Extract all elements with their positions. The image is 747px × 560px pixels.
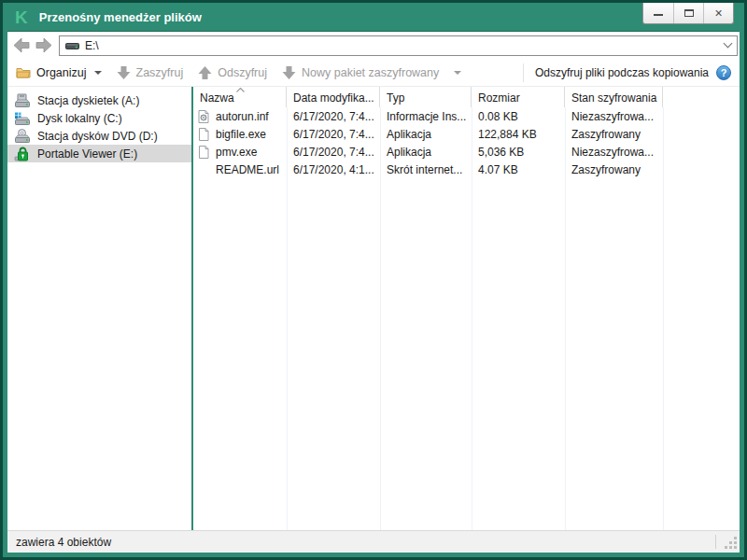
sort-ascending-icon — [236, 88, 245, 92]
kaspersky-logo-icon: K — [15, 8, 28, 26]
file-icon — [197, 146, 210, 159]
inf-file-icon — [197, 110, 210, 123]
file-size: 122,884 KB — [472, 128, 565, 141]
back-button[interactable] — [10, 36, 33, 55]
forward-arrow-icon — [35, 37, 53, 53]
minimize-button[interactable] — [643, 3, 673, 23]
organize-label: Organizuj — [36, 66, 87, 79]
file-list: Nazwa Data modyfika... Typ Rozmiar Stan … — [193, 87, 740, 530]
sidebar-item-drive-c[interactable]: Dysk lokalny (C:) — [7, 109, 191, 127]
decrypt-label: Odszyfruj — [218, 66, 267, 79]
encrypted-drive-icon — [14, 147, 31, 161]
file-modified: 6/17/2020, 7:4... — [287, 146, 380, 159]
file-type: Aplikacja — [380, 146, 472, 159]
drive-icon — [65, 41, 79, 50]
title-bar[interactable]: K Przenośny menedżer plików × — [3, 3, 744, 31]
file-name: autorun.inf — [216, 110, 269, 123]
status-bar: zawiera 4 obiektów — [7, 530, 740, 553]
package-caret-icon — [454, 71, 461, 75]
file-modified: 6/17/2020, 7:4... — [287, 128, 380, 141]
file-list-header: Nazwa Data modyfika... Typ Rozmiar Stan … — [193, 87, 740, 107]
close-icon: × — [714, 7, 722, 20]
file-size: 0.08 KB — [472, 110, 565, 123]
drives-sidebar: Stacja dyskietek (A:) Dysk lokalny (C:) — [7, 87, 191, 530]
file-encryption-status: Niezaszyfrowa... — [565, 146, 663, 159]
file-encryption-status: Zaszyfrowany — [565, 163, 663, 176]
minimize-icon — [654, 14, 663, 16]
sidebar-item-label: Portable Viewer (E:) — [37, 147, 137, 161]
maximize-icon — [684, 9, 694, 17]
file-row-autorun[interactable]: autorun.inf 6/17/2020, 7:4... Informacje… — [193, 107, 740, 125]
column-header-name[interactable]: Nazwa — [193, 87, 287, 107]
file-size: 5,036 KB — [472, 146, 565, 159]
toolbar-separator — [523, 63, 524, 82]
window-controls: × — [642, 3, 734, 24]
client-area: E:\ Organizuj Zaszyfruj — [7, 31, 740, 553]
decrypt-on-copy-button[interactable]: Odszyfruj pliki podczas kopiowania ? — [535, 65, 731, 80]
address-text: E:\ — [85, 39, 99, 52]
sidebar-item-label: Dysk lokalny (C:) — [37, 112, 122, 125]
address-bar[interactable]: E:\ — [59, 35, 738, 56]
file-row-readme[interactable]: README.url 6/17/2020, 4:1... Skrót inter… — [193, 161, 740, 178]
sidebar-item-label: Stacja dysków DVD (D:) — [37, 130, 158, 143]
encrypt-down-arrow-icon — [117, 65, 131, 80]
column-label: Rozmiar — [478, 91, 520, 105]
file-modified: 6/17/2020, 4:1... — [287, 163, 380, 176]
column-label: Data modyfika... — [293, 91, 374, 105]
maximize-button[interactable] — [673, 3, 703, 23]
status-text: zawiera 4 obiektów — [16, 536, 111, 549]
no-icon — [197, 163, 210, 176]
package-down-arrow-icon — [282, 65, 296, 80]
decrypt-up-arrow-icon — [198, 65, 212, 80]
close-button[interactable]: × — [703, 3, 733, 23]
organize-caret-icon — [94, 71, 102, 75]
file-type: Aplikacja — [380, 128, 472, 141]
file-row-bigfile[interactable]: bigfile.exe 6/17/2020, 7:4... Aplikacja … — [193, 125, 740, 143]
sidebar-item-drive-d[interactable]: Stacja dysków DVD (D:) — [7, 127, 191, 145]
status-separator — [715, 535, 716, 549]
sidebar-item-drive-a[interactable]: Stacja dyskietek (A:) — [7, 91, 191, 109]
sidebar-item-label: Stacja dyskietek (A:) — [37, 94, 139, 107]
column-label: Stan szyfrowania — [571, 91, 656, 105]
main-area: Stacja dyskietek (A:) Dysk lokalny (C:) — [7, 87, 740, 530]
column-header-size[interactable]: Rozmiar — [472, 87, 565, 107]
file-name: pmv.exe — [216, 146, 257, 159]
new-encrypted-package-label: Nowy pakiet zaszyfrowany — [302, 66, 439, 79]
address-dropdown-icon[interactable] — [724, 39, 733, 49]
dvd-drive-icon — [14, 129, 31, 144]
column-header-encryption[interactable]: Stan szyfrowania — [565, 87, 663, 107]
file-name: bigfile.exe — [216, 128, 266, 141]
file-row-pmv[interactable]: pmv.exe 6/17/2020, 7:4... Aplikacja 5,03… — [193, 143, 740, 161]
forward-button[interactable] — [33, 36, 55, 55]
floppy-drive-icon — [14, 93, 31, 108]
help-icon[interactable]: ? — [716, 65, 731, 80]
new-encrypted-package-button[interactable]: Nowy pakiet zaszyfrowany — [282, 65, 461, 80]
file-encryption-status: Niezaszyfrowa... — [565, 110, 663, 123]
sidebar-item-drive-e[interactable]: Portable Viewer (E:) — [7, 145, 191, 162]
file-type: Skrót internet... — [380, 163, 472, 176]
decrypt-on-copy-label: Odszyfruj pliki podczas kopiowania — [535, 66, 709, 79]
file-icon — [197, 128, 210, 141]
encrypt-label: Zaszyfruj — [136, 66, 184, 79]
window-title: Przenośny menedżer plików — [39, 10, 202, 24]
file-modified: 6/17/2020, 7:4... — [287, 110, 380, 123]
toolbar: Organizuj Zaszyfruj Odszyfruj Nowy pak — [7, 59, 740, 87]
organize-button[interactable]: Organizuj — [16, 66, 102, 79]
local-disk-icon — [14, 111, 31, 126]
encrypt-button[interactable]: Zaszyfruj — [117, 65, 184, 80]
back-arrow-icon — [12, 37, 31, 53]
column-label: Typ — [387, 91, 404, 105]
folder-icon — [16, 66, 31, 78]
file-type: Informacje Ins... — [380, 110, 472, 123]
file-name: README.url — [216, 163, 279, 176]
resize-grip-icon[interactable] — [734, 546, 737, 549]
column-label: Nazwa — [200, 91, 234, 105]
file-size: 4.07 KB — [472, 163, 565, 176]
navigation-bar: E:\ — [7, 32, 740, 59]
column-header-type[interactable]: Typ — [380, 87, 472, 107]
column-header-modified[interactable]: Data modyfika... — [287, 87, 380, 107]
column-header-filler — [663, 87, 740, 107]
app-window: K Przenośny menedżer plików × — [0, 0, 747, 560]
decrypt-button[interactable]: Odszyfruj — [198, 65, 267, 80]
file-encryption-status: Zaszyfrowany — [565, 128, 663, 141]
